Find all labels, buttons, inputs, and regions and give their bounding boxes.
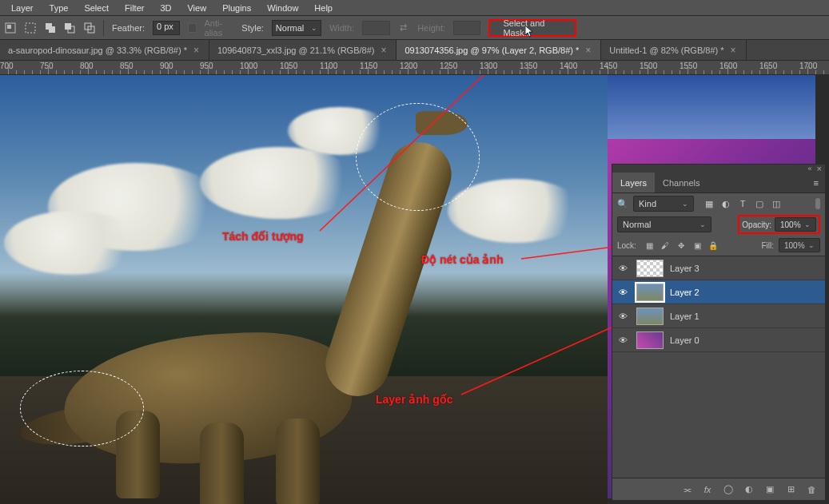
ruler-tick-label: 750 (40, 62, 54, 70)
adjustment-layer-icon[interactable]: ◐ (743, 484, 755, 495)
ruler-tick-label: 1500 (640, 62, 657, 70)
visibility-icon[interactable]: 👁 (616, 312, 630, 321)
ruler-tick-label: 1050 (280, 62, 297, 70)
height-input (453, 21, 480, 35)
lock-trans-icon[interactable]: ▦ (644, 240, 655, 251)
opacity-value[interactable]: 100%⌄ (775, 217, 816, 232)
selection-tail (20, 371, 144, 446)
layer-thumbnail[interactable] (636, 331, 664, 349)
document-tab-3[interactable]: Untitled-1 @ 82% (RGB/8#) *× (601, 40, 746, 60)
add-selection-icon[interactable] (44, 21, 56, 35)
horizontal-ruler: 7007508008509009501000105011001150120012… (0, 61, 829, 75)
menu-type[interactable]: Type (42, 2, 77, 14)
layer-thumbnail[interactable] (636, 260, 664, 277)
menu-select[interactable]: Select (76, 2, 117, 14)
menu-bar: LayerTypeSelectFilter3DViewPluginsWindow… (0, 0, 829, 16)
panel-footer: ⫘ fx ◯ ◐ ▣ ⊞ 🗑 (612, 478, 825, 500)
document-tab-2[interactable]: 0913074356.jpg @ 97% (Layer 2, RGB/8#) *… (397, 40, 601, 60)
tab-close-icon[interactable]: × (585, 45, 591, 56)
filter-smart-icon[interactable]: ◫ (771, 198, 782, 209)
tab-close-icon[interactable]: × (193, 45, 199, 56)
lock-position-icon[interactable]: ✥ (676, 240, 687, 251)
fill-value[interactable]: 100%⌄ (779, 238, 820, 252)
menu-layer[interactable]: Layer (3, 2, 42, 14)
tab-layers[interactable]: Layers (612, 173, 655, 192)
select-and-mask-label: Select and Mask... (503, 18, 562, 38)
width-input (362, 21, 389, 35)
ruler-tick-label: 800 (80, 62, 94, 70)
menu-help[interactable]: Help (306, 2, 341, 14)
layer-thumbnail[interactable] (636, 284, 664, 301)
tab-close-icon[interactable]: × (381, 45, 386, 56)
anti-alias-checkbox (188, 23, 196, 33)
layer-name[interactable]: Layer 0 (670, 335, 699, 345)
layer-thumbnail[interactable] (636, 308, 664, 325)
ruler-tick-label: 700 (0, 62, 14, 70)
trash-icon[interactable]: 🗑 (806, 484, 817, 495)
layer-name[interactable]: Layer 3 (670, 264, 699, 273)
intersect-selection-icon[interactable] (84, 21, 96, 35)
tab-channels[interactable]: Channels (655, 173, 707, 192)
ruler-tick-label: 1700 (799, 62, 817, 70)
layer-fx-icon[interactable]: fx (702, 484, 713, 495)
link-layers-icon[interactable]: ⫘ (681, 484, 692, 495)
menu-window[interactable]: Window (259, 2, 306, 14)
ruler-tick-label: 850 (120, 62, 134, 70)
group-icon[interactable]: ▣ (764, 484, 775, 495)
select-and-mask-button[interactable]: Select and Mask... (488, 19, 576, 37)
filter-toggle[interactable] (815, 198, 820, 209)
layer-name[interactable]: Layer 1 (670, 312, 699, 321)
layer-row-1[interactable]: 👁Layer 2 (612, 280, 825, 304)
feather-input[interactable]: 0 px (153, 21, 180, 35)
style-select[interactable]: Normal⌄ (272, 20, 321, 36)
lock-artboard-icon[interactable]: ▣ (692, 240, 703, 251)
visibility-icon[interactable]: 👁 (616, 264, 630, 273)
layer-mask-icon[interactable]: ◯ (723, 484, 734, 495)
ruler-tick-label: 1550 (680, 62, 697, 70)
visibility-icon[interactable]: 👁 (616, 288, 630, 297)
style-label: Style: (241, 23, 264, 33)
menu-plugins[interactable]: Plugins (214, 2, 259, 14)
document-tab-bar: a-sauropod-dinosaur.jpg @ 33.3% (RGB/8#)… (0, 40, 829, 61)
ruler-tick-label: 1200 (400, 62, 417, 70)
layer-row-2[interactable]: 👁Layer 1 (612, 304, 825, 328)
menu-3d[interactable]: 3D (152, 2, 179, 14)
ruler-tick-label: 1600 (719, 62, 737, 70)
menu-filter[interactable]: Filter (117, 2, 152, 14)
document-tab-0[interactable]: a-sauropod-dinosaur.jpg @ 33.3% (RGB/8#)… (0, 40, 209, 60)
layer-row-0[interactable]: 👁Layer 3 (612, 256, 825, 280)
panel-collapse-icon[interactable]: « (808, 165, 812, 173)
filter-pixel-icon[interactable]: ▦ (703, 198, 715, 209)
lock-all-icon[interactable]: 🔒 (708, 240, 719, 251)
layer-filter-kind[interactable]: Kind⌄ (633, 196, 694, 212)
panel-grip[interactable]: « × (612, 165, 825, 173)
menu-view[interactable]: View (179, 2, 214, 14)
lock-label: Lock: (617, 241, 636, 250)
feather-label: Feather: (112, 23, 145, 33)
new-layer-icon[interactable]: ⊞ (785, 484, 796, 495)
document-tab-label: 0913074356.jpg @ 97% (Layer 2, RGB/8#) * (405, 46, 579, 55)
tool-preset-icon[interactable] (5, 21, 17, 35)
ruler-tick-label: 1150 (360, 62, 377, 70)
blend-mode-select[interactable]: Normal⌄ (617, 216, 711, 232)
anti-alias-label: Anti-alias (205, 18, 234, 38)
panel-menu-icon[interactable]: ≡ (807, 173, 825, 192)
fill-label: Fill: (761, 241, 774, 250)
subtract-selection-icon[interactable] (64, 21, 76, 35)
document-tab-1[interactable]: 109640873_xxl3.jpg @ 21.1% (RGB/8#)× (209, 40, 397, 60)
height-label: Height: (417, 23, 445, 33)
new-selection-icon[interactable] (25, 21, 37, 35)
ruler-tick-label: 1300 (480, 62, 497, 70)
filter-adjust-icon[interactable]: ◐ (720, 198, 731, 209)
filter-shape-icon[interactable]: ▢ (754, 198, 765, 209)
layer-name[interactable]: Layer 2 (670, 288, 699, 297)
opacity-control[interactable]: Opacity: 100%⌄ (738, 215, 820, 234)
filter-type-icon[interactable]: T (737, 198, 748, 209)
tab-close-icon[interactable]: × (731, 45, 736, 56)
lock-pixels-icon[interactable]: 🖌 (660, 240, 671, 251)
visibility-icon[interactable]: 👁 (616, 335, 630, 345)
document-tab-label: Untitled-1 @ 82% (RGB/8#) * (609, 46, 723, 55)
ruler-tick-label: 950 (200, 62, 213, 70)
layer-row-3[interactable]: 👁Layer 0 (612, 328, 825, 352)
svg-rect-2 (26, 23, 35, 33)
